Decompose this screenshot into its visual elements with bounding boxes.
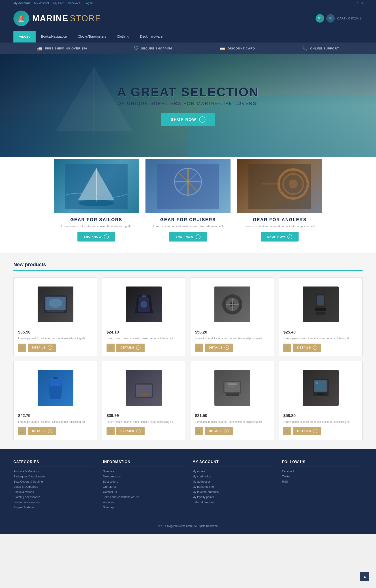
add-to-cart-2[interactable]: 🛒 — [106, 344, 115, 352]
product-card-8: $58.80 Lorem ipsum dolor sit amet, conse… — [279, 361, 363, 440]
footer-account-orders[interactable]: My orders — [192, 470, 273, 473]
gear-anglers-card: GEAR FOR ANGLERS Lorem ipsum dolor sit a… — [237, 159, 322, 242]
details-arrow-6: › — [136, 429, 141, 433]
gear-cruisers-shop-button[interactable]: SHOP NOW › — [169, 232, 207, 242]
add-to-cart-7[interactable]: 🛒 — [195, 427, 203, 435]
cart-button[interactable]: CART - 0 ITEM(S) — [337, 17, 363, 20]
product-img-7 — [195, 366, 270, 410]
nav-item-clocks[interactable]: Clocks/Barometers — [73, 31, 112, 42]
footer-twitter-link[interactable]: Twitter — [282, 475, 363, 478]
details-button-3[interactable]: DETAILS › — [205, 344, 233, 352]
footer-info-sitemap[interactable]: Sitemap — [103, 506, 184, 509]
add-to-cart-3[interactable]: 🛒 — [195, 344, 203, 352]
login-link[interactable]: Log In — [84, 1, 93, 5]
feature-secure-label: SECURE SHOPPING — [141, 47, 173, 50]
hero-shop-now-button[interactable]: SHOP NOW › — [161, 113, 215, 126]
footer-cat-boat-covers[interactable]: Boat Covers & Seating — [13, 480, 94, 483]
footer-info-terms[interactable]: Terms and conditions of use — [103, 495, 184, 499]
footer-cat-clothing[interactable]: Clothing Accessories — [13, 495, 94, 499]
footer-cat-engine[interactable]: Engine Systems — [13, 506, 94, 509]
footer-cat-barbeques[interactable]: Barbeques & Appliances — [13, 475, 94, 478]
footer-account-loyalty[interactable]: My loyalty points — [192, 495, 273, 499]
feature-discount: 💳 DISCOUNT CARD — [219, 46, 255, 51]
gear-sailors-shop-button[interactable]: SHOP NOW › — [77, 232, 115, 242]
svg-rect-19 — [47, 310, 64, 312]
nav-item-anodes[interactable]: Anodes — [13, 31, 36, 42]
anglers-arrow-icon: › — [287, 234, 292, 239]
details-button-2[interactable]: DETAILS › — [116, 344, 145, 352]
product-desc-8: Lorem ipsum dolor sit amet, consec tetue… — [283, 420, 358, 424]
details-button-7[interactable]: DETAILS › — [205, 427, 233, 435]
product-price-8: $58.80 — [283, 413, 358, 418]
footer-facebook-link[interactable]: Facebook — [282, 470, 363, 473]
gear-sailors-title: GEAR FOR SAILORS — [54, 217, 139, 222]
product-card-3: $56.20 Lorem ipsum dolor sit amet, conse… — [190, 277, 274, 356]
footer-account-credit[interactable]: My credit slips — [192, 475, 273, 478]
my-wishlist-link[interactable]: My Wishlist — [34, 1, 49, 5]
gear-anglers-shop-button[interactable]: SHOP NOW › — [261, 232, 299, 242]
footer-info-new-products[interactable]: New products — [103, 475, 184, 478]
footer-grid: Categories Anchors & Moorings Barbeques … — [13, 460, 363, 511]
svg-point-1 — [55, 133, 133, 146]
footer-account-personal[interactable]: My personal info — [192, 485, 273, 488]
add-to-cart-4[interactable]: 🛒 — [283, 344, 292, 352]
svg-rect-41 — [228, 383, 237, 385]
details-button-4[interactable]: DETAILS › — [293, 344, 321, 352]
details-button-5[interactable]: DETAILS › — [28, 427, 56, 435]
footer-categories-title: Categories — [13, 460, 94, 466]
product-img-4 — [283, 282, 358, 327]
gear-cruisers-title: GEAR FOR CRUISERS — [146, 217, 230, 222]
details-button-1[interactable]: DETAILS › — [28, 344, 56, 352]
my-cart-link[interactable]: My Cart — [53, 1, 63, 5]
product-desc-1: Lorem ipsum dolor sit amet, consec tetue… — [18, 336, 93, 340]
add-to-cart-5[interactable]: 🛒 — [18, 427, 26, 435]
product-image-5 — [38, 370, 73, 406]
footer-info-specials[interactable]: Specials — [103, 470, 184, 473]
svg-rect-37 — [141, 393, 147, 395]
copyright-text: © 2014 Magento Demo Store. All Rights Re… — [158, 525, 219, 528]
nav-item-deck[interactable]: Deck hardware — [135, 31, 168, 42]
checkout-link[interactable]: Checkout — [68, 1, 80, 5]
gear-anglers-title: GEAR FOR ANGLERS — [237, 217, 322, 222]
details-arrow-4: › — [313, 345, 317, 350]
feature-discount-label: DISCOUNT CARD — [228, 47, 255, 50]
product-card-1: $35.50 Lorem ipsum dolor sit amet, conse… — [13, 277, 97, 356]
my-account-link[interactable]: My Account — [13, 1, 30, 5]
add-to-cart-8[interactable]: 🛒 — [283, 427, 292, 435]
details-button-6[interactable]: DETAILS › — [116, 427, 145, 435]
footer-cat-anchors[interactable]: Anchors & Moorings — [13, 470, 94, 473]
logo-area[interactable]: ⛵ MARINE STORE — [13, 10, 101, 26]
shield-icon: 🛡 — [134, 46, 139, 51]
footer-rss-link[interactable]: RSS — [282, 480, 363, 483]
hero-content: A GREAT SELECTION OF UNIQUE SUPPLIERS FO… — [73, 85, 304, 126]
gear-anglers-desc: Lorem ipsum dolor sit amet conse ctetur … — [237, 224, 322, 229]
footer-account-addresses[interactable]: My addresses — [192, 480, 273, 483]
footer-info-contact[interactable]: Contact us — [103, 490, 184, 494]
hero-banner: A GREAT SELECTION OF UNIQUE SUPPLIERS FO… — [0, 54, 376, 157]
language-selector[interactable]: En — [355, 1, 358, 5]
footer-copyright: © 2014 Magento Demo Store. All Rights Re… — [13, 520, 363, 528]
logo-store: STORE — [70, 14, 101, 23]
nav-item-clothing[interactable]: Clothing — [111, 31, 135, 42]
details-button-8[interactable]: DETAILS › — [293, 427, 321, 435]
footer-cat-boating[interactable]: Boating Accessories — [13, 501, 94, 504]
search-button[interactable]: 🔍 — [315, 14, 324, 23]
product-card-5: $42.75 Lorem ipsum dolor sit amet, conse… — [13, 361, 97, 440]
footer-account-referral[interactable]: Referral program — [192, 501, 273, 504]
sailors-arrow-icon: › — [104, 234, 109, 239]
phone-icon: 📞 — [302, 46, 308, 51]
nav-item-books[interactable]: Books/Navigation — [36, 31, 73, 42]
footer-info-best-sellers[interactable]: Best sellers — [103, 480, 184, 483]
product-image-3 — [214, 286, 250, 322]
footer-info-about[interactable]: About us — [103, 501, 184, 504]
currency-selector[interactable]: $ — [361, 1, 363, 5]
footer-account-favorites[interactable]: My favorite products — [192, 490, 273, 494]
product-img-3 — [195, 282, 270, 327]
add-to-cart-1[interactable]: 🛒 — [18, 344, 26, 352]
footer-cat-boats[interactable]: Boats & Outboards — [13, 485, 94, 488]
footer-info-our-stores[interactable]: Our stores — [103, 485, 184, 488]
footer-cat-books[interactable]: Books & Videos — [13, 490, 94, 494]
gear-section: GEAR FOR SAILORS Lorem ipsum dolor sit a… — [0, 157, 376, 253]
add-to-cart-6[interactable]: 🛒 — [106, 427, 115, 435]
new-products-section: New products $35.50 Lorem ipsum dolor si… — [0, 253, 376, 449]
